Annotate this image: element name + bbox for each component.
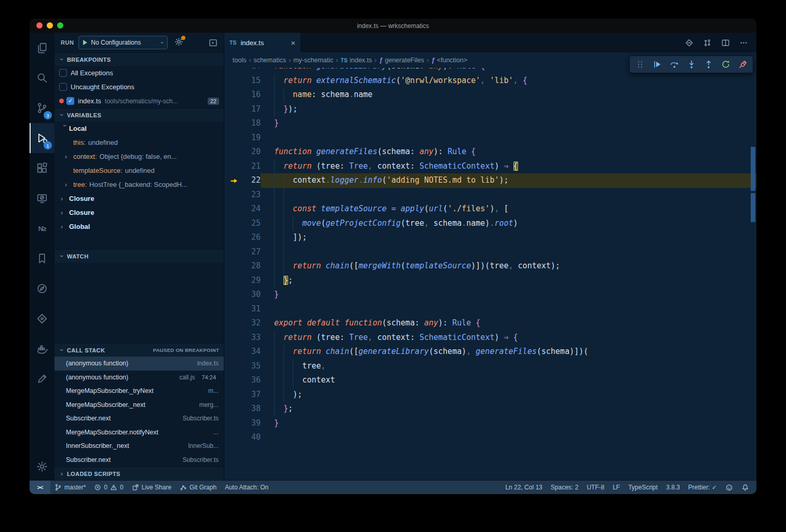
code-line-21[interactable]: 21return (tree: Tree, context: Schematic…: [224, 159, 756, 174]
code-text[interactable]: return (tree: Tree, context: SchematicCo…: [261, 159, 756, 174]
call-stack-frame[interactable]: MergeMapSubscriber.notifyNext...: [55, 426, 224, 440]
code-line-32[interactable]: 32export default function(schema: any): …: [224, 316, 756, 331]
debug-current-line-arrow-icon[interactable]: [224, 173, 240, 188]
code-line-31[interactable]: 31: [224, 302, 756, 317]
breadcrumb-item-tools[interactable]: tools: [233, 57, 246, 64]
call-stack-frame[interactable]: MergeMapSubscriber._tryNextm...: [55, 384, 224, 398]
breakpoint-gutter[interactable]: [224, 345, 240, 359]
status-language-mode[interactable]: TypeScript: [624, 481, 662, 494]
restart-button[interactable]: [717, 57, 734, 72]
step-out-button[interactable]: [700, 57, 717, 72]
code-line-18[interactable]: 18}: [224, 116, 756, 131]
activity-item-bookmarks[interactable]: [30, 243, 55, 274]
open-debug-console-button[interactable]: [209, 38, 218, 47]
breakpoint-gutter[interactable]: [224, 202, 240, 216]
breakpoint-row[interactable]: ✓index.tstools/schematics/my-sch...22: [55, 94, 224, 108]
activity-item-docker[interactable]: [30, 334, 55, 364]
launch-configuration-dropdown[interactable]: No Configurations ›: [78, 36, 168, 49]
code-line-40[interactable]: 40: [224, 430, 756, 445]
code-text[interactable]: [261, 430, 756, 445]
line-number[interactable]: 14: [240, 68, 261, 74]
code-line-25[interactable]: 25move(getProjectConfig(tree, schema.nam…: [224, 216, 756, 231]
activity-item-explorer[interactable]: [30, 33, 55, 63]
activity-item-extensions[interactable]: [30, 153, 55, 183]
scope-row-closure[interactable]: ›Closure: [55, 206, 224, 220]
close-window-button[interactable]: [36, 22, 43, 29]
line-number[interactable]: 30: [240, 288, 261, 302]
code-line-30[interactable]: 30}: [224, 288, 756, 302]
status-auto-attach[interactable]: Auto Attach: On: [221, 481, 273, 494]
call-stack-frame[interactable]: (anonymous function)call.js74:24: [55, 371, 224, 385]
breakpoint-gutter[interactable]: [224, 245, 240, 260]
code-line-36[interactable]: 36context: [224, 373, 756, 388]
compare-changes-icon[interactable]: [703, 38, 712, 47]
status-eol[interactable]: LF: [608, 481, 624, 494]
status-git-graph[interactable]: Git Graph: [175, 481, 221, 494]
watch-section-header[interactable]: › WATCH: [55, 249, 224, 263]
remote-indicator[interactable]: ><: [30, 481, 50, 494]
breakpoint-gutter[interactable]: [224, 188, 240, 202]
line-number[interactable]: 36: [240, 373, 261, 388]
code-line-38[interactable]: 38};: [224, 402, 756, 416]
breadcrumb-item-my-schematic[interactable]: my-schematic: [293, 57, 333, 64]
grip-handle[interactable]: [631, 57, 648, 72]
breakpoint-gutter[interactable]: [224, 216, 240, 231]
breadcrumb-item-index.ts[interactable]: TSindex.ts: [341, 57, 372, 64]
status-live-share[interactable]: Live Share: [128, 481, 175, 494]
breakpoint-gutter[interactable]: [224, 74, 240, 88]
disconnect-button[interactable]: [734, 57, 751, 72]
line-number[interactable]: 27: [240, 245, 261, 260]
status-git-branch[interactable]: master*: [50, 481, 90, 494]
code-text[interactable]: return externalSchematic('@nrwl/workspac…: [261, 74, 756, 88]
breakpoint-row[interactable]: All Exceptions: [55, 66, 224, 80]
tab-index-ts[interactable]: TS index.ts ×: [224, 33, 301, 52]
breakpoint-gutter[interactable]: [224, 131, 240, 145]
variables-section-header[interactable]: › VARIABLES: [55, 108, 224, 121]
breakpoint-gutter[interactable]: [224, 388, 240, 402]
minimize-window-button[interactable]: [47, 22, 53, 29]
call-stack-frame[interactable]: Subscriber.nextSubscriber.ts: [55, 453, 224, 467]
code-line-23[interactable]: 23: [224, 188, 756, 202]
continue-button[interactable]: [648, 57, 666, 72]
breakpoints-section-header[interactable]: › BREAKPOINTS: [55, 52, 224, 66]
breakpoint-gutter[interactable]: [224, 302, 240, 317]
code-text[interactable]: [261, 245, 756, 260]
code-line-39[interactable]: 39}: [224, 416, 756, 431]
code-text[interactable]: const templateSource = apply(url('./file…: [261, 202, 756, 216]
variable-row[interactable]: ›context:Object {debug: false, en...: [55, 149, 224, 163]
line-number[interactable]: 18: [240, 116, 261, 131]
code-line-27[interactable]: 27: [224, 245, 756, 260]
code-text[interactable]: [261, 131, 756, 145]
breakpoint-checkbox[interactable]: ✓: [66, 97, 74, 105]
breakpoint-gutter[interactable]: [224, 102, 240, 117]
line-number[interactable]: 20: [240, 145, 261, 159]
status-feedback[interactable]: [721, 481, 737, 494]
scope-row-global[interactable]: ›Global: [55, 220, 224, 234]
breakpoint-gutter[interactable]: [224, 274, 240, 288]
step-into-button[interactable]: [683, 57, 700, 72]
code-line-34[interactable]: 34return chain([generateLibrary(schema),…: [224, 345, 756, 359]
activity-item-remote-explorer[interactable]: [30, 183, 55, 213]
breakpoint-gutter[interactable]: [224, 316, 240, 331]
activity-item-compass[interactable]: [30, 274, 55, 304]
breakpoint-gutter[interactable]: [224, 230, 240, 245]
line-number[interactable]: 17: [240, 102, 261, 117]
scope-row-closure[interactable]: ›Closure: [55, 192, 224, 206]
line-number[interactable]: 31: [240, 302, 261, 317]
code-line-35[interactable]: 35tree,: [224, 359, 756, 374]
call-stack-frame[interactable]: (anonymous function)index.ts: [55, 357, 224, 371]
code-line-29[interactable]: 29};: [224, 274, 756, 288]
code-line-24[interactable]: 24const templateSource = apply(url('./fi…: [224, 202, 756, 216]
breakpoint-gutter[interactable]: [224, 402, 240, 416]
more-actions-icon[interactable]: [739, 38, 748, 47]
code-line-37[interactable]: 37);: [224, 388, 756, 402]
call-stack-frame[interactable]: Subscriber.nextSubscriber.ts: [55, 412, 224, 426]
variable-row[interactable]: this:undefined: [55, 135, 224, 149]
line-number[interactable]: 34: [240, 345, 261, 359]
code-line-22[interactable]: 22context.logger.info('adding NOTES.md t…: [224, 173, 756, 188]
activity-item-gitlens[interactable]: [30, 304, 55, 334]
breakpoint-gutter[interactable]: [224, 159, 240, 174]
breakpoint-gutter[interactable]: [224, 359, 240, 374]
line-number[interactable]: 21: [240, 159, 261, 174]
breadcrumb-item-function[interactable]: ƒ<function>: [431, 57, 467, 64]
